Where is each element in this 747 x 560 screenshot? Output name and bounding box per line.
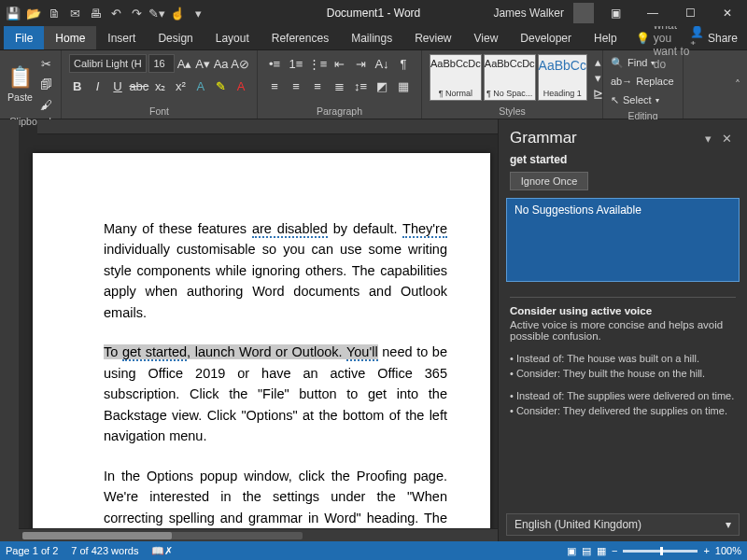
view-web-icon[interactable]: ▦	[597, 545, 606, 557]
font-color-icon[interactable]: A	[233, 77, 249, 95]
find-button[interactable]: 🔍Find▾	[611, 54, 675, 71]
ignore-once-button[interactable]: Ignore Once	[510, 172, 588, 190]
style-no-spacing[interactable]: AaBbCcDc ¶ No Spac...	[484, 54, 536, 101]
close-icon[interactable]: ✕	[712, 2, 743, 24]
tab-references[interactable]: References	[261, 26, 340, 49]
maximize-icon[interactable]: ☐	[674, 2, 706, 24]
grow-font-icon[interactable]: A▴	[176, 54, 192, 73]
user-avatar-icon[interactable]	[573, 3, 594, 23]
text-effects-icon[interactable]: A	[192, 77, 209, 95]
horizontal-scrollbar[interactable]	[19, 528, 498, 541]
tab-developer[interactable]: Developer	[509, 26, 583, 49]
tab-home[interactable]: Home	[44, 26, 96, 49]
redo-icon[interactable]: ↷	[127, 4, 146, 22]
paragraph-1[interactable]: Many of these features are disabled by d…	[104, 218, 447, 323]
font-size-dropdown[interactable]: 16	[148, 54, 174, 73]
minimize-icon[interactable]: —	[637, 2, 669, 24]
tab-file[interactable]: File	[4, 26, 44, 49]
grammar-marked-text[interactable]: They're	[402, 221, 447, 238]
spelling-status-icon[interactable]: 📖✗	[151, 545, 173, 557]
print-icon[interactable]: 🖶	[86, 4, 105, 22]
replace-button[interactable]: ab→Replace	[611, 73, 675, 90]
ribbon-options-icon[interactable]: ▣	[599, 2, 631, 24]
align-left-icon[interactable]: ≡	[265, 77, 284, 95]
undo-icon[interactable]: ↶	[106, 4, 125, 22]
styles-label: Styles	[430, 104, 595, 117]
align-right-icon[interactable]: ≡	[308, 77, 327, 95]
zoom-level[interactable]: 100%	[715, 545, 741, 556]
zoom-in-icon[interactable]: +	[703, 545, 709, 556]
mail-icon[interactable]: ✉	[65, 4, 84, 22]
style-label: ¶ Normal	[439, 89, 472, 98]
justify-icon[interactable]: ≣	[330, 77, 348, 95]
tab-insert[interactable]: Insert	[96, 26, 147, 49]
superscript-icon[interactable]: x²	[173, 77, 190, 95]
copy-icon[interactable]: 🗐	[36, 75, 55, 93]
line-spacing-icon[interactable]: ↕≡	[351, 77, 370, 95]
outdent-icon[interactable]: ⇤	[330, 54, 348, 73]
tab-view[interactable]: View	[463, 26, 510, 49]
share-button[interactable]: 👤⁺ Share	[690, 26, 738, 49]
shading-icon[interactable]: ◩	[373, 77, 391, 95]
tab-mailings[interactable]: Mailings	[340, 26, 403, 49]
find-label: Find	[627, 57, 647, 68]
zoom-slider[interactable]	[623, 550, 698, 553]
pane-options-icon[interactable]: ▾	[698, 132, 717, 146]
style-normal[interactable]: AaBbCcDc ¶ Normal	[430, 54, 482, 101]
pane-close-icon[interactable]: ✕	[717, 132, 736, 146]
multilevel-icon[interactable]: ⋮≡	[308, 54, 327, 73]
new-icon[interactable]: 🗎	[45, 4, 63, 22]
paste-button[interactable]: 📋 Paste	[7, 59, 33, 109]
scrollbar-thumb[interactable]	[22, 532, 172, 539]
align-center-icon[interactable]: ≡	[287, 77, 305, 95]
change-case-icon[interactable]: Aa	[213, 54, 229, 73]
save-icon[interactable]: 💾	[4, 4, 22, 22]
numbering-icon[interactable]: 1≡	[287, 54, 305, 73]
highlight-icon[interactable]: ✎	[213, 77, 230, 95]
tab-design[interactable]: Design	[147, 26, 204, 49]
grammar-marked-text[interactable]: are disabled	[252, 221, 328, 238]
select-button[interactable]: ↖Select▾	[611, 91, 675, 108]
strike-icon[interactable]: abc	[130, 77, 148, 95]
style-heading-1[interactable]: AaBbCc Heading 1	[538, 54, 587, 101]
suggestions-list[interactable]: No Suggestions Available	[506, 198, 740, 282]
group-styles: AaBbCcDc ¶ Normal AaBbCcDc ¶ No Spac... …	[422, 50, 603, 119]
format-painter-icon[interactable]: 🖌	[36, 95, 55, 114]
user-name[interactable]: James Walker	[493, 7, 564, 20]
grammar-marked-text[interactable]: get started	[122, 344, 187, 361]
shrink-font-icon[interactable]: A▾	[194, 54, 210, 73]
zoom-out-icon[interactable]: −	[612, 545, 617, 556]
collapse-ribbon-icon[interactable]: ˄	[728, 50, 747, 119]
indent-icon[interactable]: ⇥	[351, 54, 370, 73]
tab-help[interactable]: Help	[583, 26, 628, 49]
view-readmode-icon[interactable]: ▣	[567, 545, 576, 557]
underline-icon[interactable]: U	[109, 77, 126, 95]
open-icon[interactable]: 📂	[24, 4, 43, 22]
clear-format-icon[interactable]: A⊘	[231, 54, 249, 73]
qat-more-icon[interactable]: ▾	[189, 4, 207, 22]
selected-text[interactable]: To get started, launch Word or Outlook. …	[104, 344, 378, 359]
word-count[interactable]: 7 of 423 words	[71, 545, 138, 556]
borders-icon[interactable]: ▦	[394, 77, 413, 95]
cut-icon[interactable]: ✂	[36, 54, 55, 73]
customize-icon[interactable]: ✎▾	[148, 4, 166, 22]
page-count[interactable]: Page 1 of 2	[6, 545, 58, 556]
document-area[interactable]: Many of these features are disabled by d…	[19, 134, 498, 528]
paragraph-3[interactable]: In the Options popup window, click the P…	[104, 466, 447, 528]
paragraph-2[interactable]: To get started, launch Word or Outlook. …	[104, 342, 447, 446]
bullets-icon[interactable]: •≡	[265, 54, 284, 73]
language-dropdown[interactable]: English (United Kingdom) ▾	[506, 513, 740, 536]
font-name-dropdown[interactable]: Calibri Light (H	[69, 54, 147, 73]
tab-review[interactable]: Review	[403, 26, 462, 49]
italic-icon[interactable]: I	[90, 77, 106, 95]
tell-me-search[interactable]: 💡 Tell me what you want to do	[636, 26, 690, 49]
show-marks-icon[interactable]: ¶	[394, 54, 413, 73]
sort-icon[interactable]: A↓	[373, 54, 391, 73]
tab-layout[interactable]: Layout	[204, 26, 261, 49]
subscript-icon[interactable]: x₂	[152, 77, 169, 95]
bold-icon[interactable]: B	[69, 77, 86, 95]
view-print-icon[interactable]: ▤	[582, 545, 591, 557]
touch-icon[interactable]: ☝	[168, 4, 187, 22]
page[interactable]: Many of these features are disabled by d…	[33, 153, 490, 528]
grammar-marked-text[interactable]: You'll	[346, 344, 378, 361]
